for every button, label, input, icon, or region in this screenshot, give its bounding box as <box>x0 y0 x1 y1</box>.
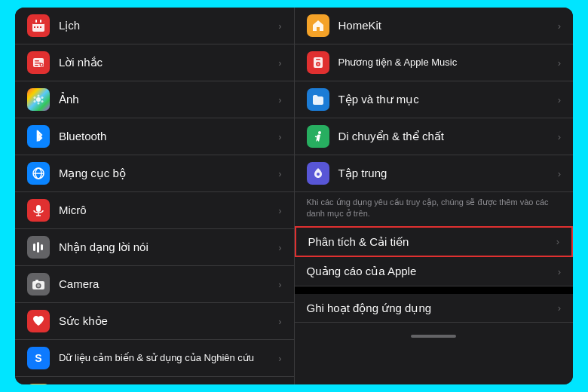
sidebar-item-nhan-dang[interactable]: Nhận dạng lời nói › <box>15 229 294 266</box>
svg-rect-9 <box>35 63 41 64</box>
anh-icon <box>27 88 50 111</box>
chevron-icon: › <box>278 94 281 106</box>
svg-point-43 <box>317 173 320 176</box>
lich-icon <box>27 14 50 37</box>
sidebar-item-homekit-left[interactable]: HomeKit › <box>15 377 294 384</box>
svg-rect-2 <box>35 20 37 23</box>
svg-rect-40 <box>316 59 320 60</box>
chevron-icon: › <box>558 131 561 142</box>
sidebar-item-homekit-right[interactable]: HomeKit › <box>295 8 574 44</box>
suc-khoe-icon <box>27 310 50 332</box>
svg-point-39 <box>317 63 319 66</box>
di-chuyen-icon <box>307 125 329 148</box>
svg-point-15 <box>41 100 44 103</box>
sidebar-item-phan-tich[interactable]: Phân tích & Cải tiến › <box>295 226 574 258</box>
homekit-left-icon <box>27 384 50 384</box>
right-panel: HomeKit › Phương tiện & Apple Music › <box>295 8 574 384</box>
svg-point-13 <box>38 95 40 97</box>
sidebar-item-di-chuyen[interactable]: Di chuyển & thể chất › <box>295 118 574 155</box>
sidebar-item-tap-trung[interactable]: Tập trung › <box>295 155 574 192</box>
camera-icon <box>27 273 50 296</box>
loi-nhac-icon <box>27 51 50 74</box>
chevron-icon: › <box>558 20 561 32</box>
mang-cuc-bo-icon <box>27 162 50 185</box>
svg-rect-26 <box>33 243 35 251</box>
svg-rect-8 <box>35 60 39 62</box>
sidebar-item-bluetooth[interactable]: ᛒ Bluetooth › <box>15 118 294 155</box>
svg-rect-32 <box>35 280 38 282</box>
sidebar-item-quang-cao[interactable]: Quảng cáo của Apple › <box>295 257 574 286</box>
chevron-icon: › <box>558 94 561 106</box>
du-lieu-icon: S <box>27 347 50 369</box>
left-panel: Lịch › Lời nhắc › <box>15 8 295 384</box>
svg-rect-10 <box>35 65 38 66</box>
svg-point-14 <box>41 96 44 99</box>
sidebar-item-du-lieu[interactable]: S Dữ liệu cảm biến & sử dụng của Nghiên … <box>15 340 294 377</box>
chevron-icon: › <box>558 302 561 314</box>
chevron-icon: › <box>278 168 281 179</box>
chevron-icon: › <box>278 57 281 69</box>
chevron-icon: › <box>278 205 281 216</box>
sidebar-item-suc-khoe[interactable]: Sức khỏe › <box>15 303 294 340</box>
svg-rect-3 <box>40 20 41 23</box>
chevron-icon: › <box>278 20 281 32</box>
left-settings-list: Lịch › Lời nhắc › <box>15 8 294 384</box>
chevron-icon: › <box>278 279 281 290</box>
svg-point-17 <box>34 100 36 103</box>
chevron-icon: › <box>278 131 281 142</box>
sidebar-item-camera[interactable]: Camera › <box>15 266 294 303</box>
svg-rect-28 <box>41 244 43 250</box>
svg-rect-4 <box>34 26 35 28</box>
tep-thu-muc-icon <box>307 88 329 111</box>
svg-line-42 <box>315 136 318 137</box>
sidebar-item-loi-nhac[interactable]: Lời nhắc › <box>15 44 294 81</box>
micro-icon <box>27 199 50 222</box>
svg-point-31 <box>37 284 40 287</box>
right-settings-list: HomeKit › Phương tiện & Apple Music › <box>295 8 574 384</box>
svg-point-18 <box>34 96 36 99</box>
sidebar-item-ghi-hoat-dong[interactable]: Ghi hoạt động ứng dụng › <box>295 294 574 323</box>
chevron-icon: › <box>278 353 281 364</box>
svg-rect-5 <box>37 26 38 28</box>
sidebar-item-anh[interactable]: Ảnh › <box>15 81 294 118</box>
phuong-tien-icon <box>307 51 329 74</box>
svg-point-16 <box>38 103 40 105</box>
sidebar-item-lich[interactable]: Lịch › <box>15 8 294 44</box>
sidebar-item-mang-cuc-bo[interactable]: Mạng cục bộ › <box>15 155 294 192</box>
chevron-icon: › <box>558 57 561 69</box>
homekit-right-icon <box>307 14 329 37</box>
chevron-icon: › <box>278 242 281 253</box>
svg-rect-1 <box>32 21 44 24</box>
sidebar-item-micro[interactable]: Micrô › <box>15 192 294 229</box>
scroll-indicator <box>411 335 456 338</box>
scroll-bar-area <box>295 323 574 350</box>
chevron-icon: › <box>278 316 281 327</box>
svg-point-12 <box>36 97 41 102</box>
svg-point-41 <box>318 131 321 134</box>
svg-rect-27 <box>37 242 39 253</box>
nhan-dang-icon <box>27 236 50 259</box>
tap-trung-icon <box>307 162 329 185</box>
chevron-icon: › <box>558 168 561 179</box>
bluetooth-icon: ᛒ <box>27 125 50 148</box>
svg-rect-6 <box>40 26 41 28</box>
sidebar-item-phuong-tien[interactable]: Phương tiện & Apple Music › <box>295 44 574 81</box>
chevron-icon: › <box>556 236 559 247</box>
chevron-icon: › <box>558 266 561 277</box>
sidebar-item-tep-thu-muc[interactable]: Tệp và thư mục › <box>295 81 574 118</box>
privacy-note: Khi các ứng dụng yêu cầu truy cập, chúng… <box>295 192 574 226</box>
svg-rect-23 <box>36 205 41 212</box>
section-divider <box>295 286 574 294</box>
